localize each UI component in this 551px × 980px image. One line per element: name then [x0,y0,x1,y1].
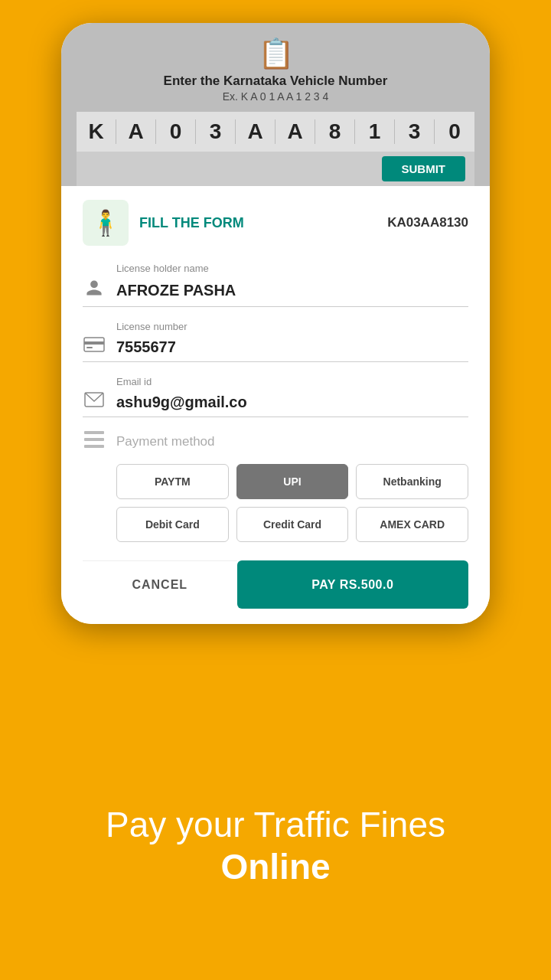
svg-rect-6 [84,445,104,448]
svg-rect-2 [86,347,93,348]
payment-section: Payment method PAYTM UPI Netbanking Debi… [83,431,468,542]
vehicle-char-6: 8 [315,119,355,144]
vehicle-char-9: 0 [435,119,474,144]
fill-form-vehicle: KA03AA8130 [387,215,468,230]
name-row: AFROZE PASHA [83,279,468,307]
form-icon: 📋 [77,37,474,70]
license-row: 7555677 [83,337,468,362]
svg-rect-4 [84,431,104,434]
name-value: AFROZE PASHA [116,282,468,299]
pay-button[interactable]: PAY RS.500.0 [237,560,468,609]
name-field-group: License holder name AFROZE PASHA [83,263,468,307]
top-bar-example: Ex. K A 0 1 A A 1 2 3 4 [77,90,474,103]
license-field-group: License number 7555677 [83,321,468,362]
tagline-line1: Pay your Traffic Fines Online [31,804,520,888]
email-icon [83,392,106,412]
payment-method-icon [83,431,106,452]
svg-rect-5 [84,438,104,441]
license-value: 7555677 [116,338,468,356]
name-label: License holder name [116,263,468,274]
tagline-section: Pay your Traffic Fines Online [0,804,551,888]
fill-form-avatar: 🧍‍♂️ [83,200,129,246]
amex-card-button[interactable]: AMEX CARD [356,507,468,542]
fill-form-header: 🧍‍♂️ FILL THE FORM KA03AA8130 [83,200,468,246]
paytm-button[interactable]: PAYTM [116,464,229,499]
license-label: License number [116,321,468,332]
action-row: CANCEL PAY RS.500.0 [83,560,468,609]
vehicle-char-7: 1 [355,119,395,144]
form-area: 🧍‍♂️ FILL THE FORM KA03AA8130 License ho… [61,186,490,624]
vehicle-char-5: A [276,119,315,144]
top-bar-title: Enter the Karnataka Vehicle Number [77,74,474,89]
email-label: Email id [116,376,468,387]
cancel-button[interactable]: CANCEL [83,560,237,609]
email-value: ashu9g@gmail.co [116,394,468,411]
upi-button[interactable]: UPI [236,464,349,499]
payment-label: Payment method [116,434,215,449]
debit-card-button[interactable]: Debit Card [116,507,229,542]
payment-buttons-grid: PAYTM UPI Netbanking Debit Card Credit C… [116,464,468,542]
email-row: ashu9g@gmail.co [83,392,468,417]
tagline-line2: Online [220,847,330,887]
netbanking-button[interactable]: Netbanking [356,464,468,499]
vehicle-char-3: 3 [196,119,236,144]
top-bar: 📋 Enter the Karnataka Vehicle Number Ex.… [61,23,490,186]
vehicle-char-2: 0 [156,119,196,144]
vehicle-char-1: A [116,119,156,144]
credit-card-button[interactable]: Credit Card [236,507,349,542]
vehicle-char-4: A [236,119,276,144]
email-field-group: Email id ashu9g@gmail.co [83,376,468,417]
fill-form-title: FILL THE FORM [139,215,244,231]
submit-top-button[interactable]: SUBMIT [382,156,466,181]
payment-header-row: Payment method [83,431,468,452]
submit-bar: SUBMIT [77,152,474,186]
vehicle-number-row: K A 0 3 A A 8 1 3 0 [77,112,474,152]
phone-frame: 📋 Enter the Karnataka Vehicle Number Ex.… [61,23,490,624]
vehicle-char-0: K [77,119,116,144]
vehicle-char-8: 3 [395,119,435,144]
svg-rect-1 [84,341,104,345]
card-icon [83,337,106,357]
person-icon [83,279,106,302]
